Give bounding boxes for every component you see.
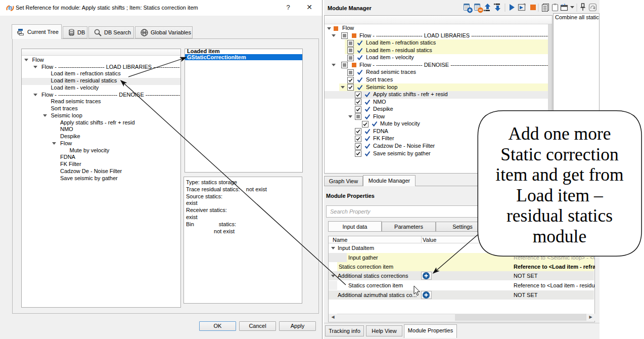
svg-text:g: g <box>9 6 11 10</box>
